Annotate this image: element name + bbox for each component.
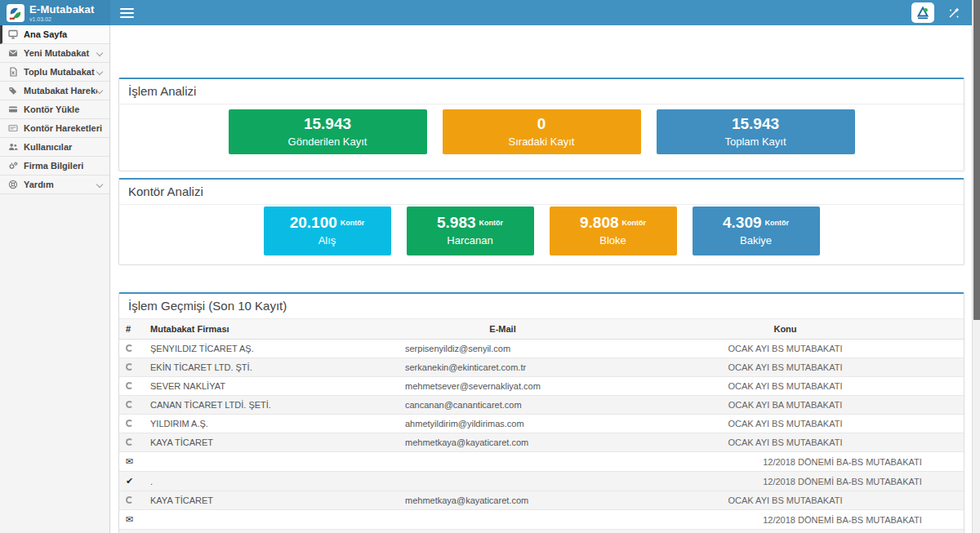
cell-konu: OCAK AYI BS MUTABAKATI — [607, 377, 964, 396]
check-icon: ✔ — [126, 476, 133, 486]
stat-value: 9.808Kontör — [550, 214, 677, 232]
cell-firma: YILDIRIM A.Ş. — [144, 415, 399, 433]
sidebar-item-label: Kontör Yükle — [24, 104, 105, 114]
sidebar-item-label: Firma Bilgileri — [24, 161, 105, 171]
sidebar-item-label: Ana Sayfa — [24, 29, 105, 39]
cell-firma: EKİN TİCARET LTD. ŞTİ. — [144, 358, 399, 377]
envelope-icon: ✉ — [126, 456, 133, 466]
sidebar-item-kont-r-hareketleri[interactable]: Kontör Hareketleri — [0, 119, 109, 138]
islem-gecmisi-title: İşlem Geçmişi (Son 10 Kayıt) — [119, 294, 964, 319]
stat-unit: Kontör — [622, 219, 647, 227]
spinner-icon — [126, 438, 133, 446]
table-row[interactable]: ✔.12/2018 DÖNEMİ BA-BS MUTABAKATI — [119, 472, 964, 491]
sidebar-item-label: Yeni Mutabakat — [24, 48, 97, 58]
sidebar-item-label: Mutabakat Hareketleri — [24, 86, 97, 95]
cell-konu: OCAK AYI BS MUTABAKATI — [607, 433, 964, 452]
islem-analizi-title: İşlem Analizi — [119, 79, 964, 104]
cell-firma: . — [144, 472, 399, 491]
cell-konu: 12/2018 DÖNEMİ BA-BS MUTABAKATI — [607, 452, 964, 472]
spinner-icon — [126, 382, 133, 389]
islem-gecmisi-panel: İşlem Geçmişi (Son 10 Kayıt) #Mutabakat … — [118, 292, 964, 533]
envelope-icon: ✉ — [126, 514, 133, 524]
cell-konu: 12/2018 DÖNEMİ BA-BS MUTABAKATI — [607, 472, 964, 491]
sidebar-item-kullan-c-lar[interactable]: Kullanıcılar — [0, 138, 109, 157]
spinner-icon — [126, 420, 133, 427]
cell-konu: OCAK AYI BS MUTABAKATI — [607, 491, 964, 510]
table-row[interactable]: YILDIRIM A.Ş.ahmetyildirim@yildirimas.co… — [119, 415, 964, 433]
stat-value: 5.983Kontör — [407, 214, 534, 232]
cell-firma: SEVER NAKLİYAT — [144, 377, 399, 396]
spinner-icon — [126, 344, 133, 352]
table-row[interactable]: SEVER NAKLİYATmehmetsever@severnakliyat.… — [119, 377, 964, 396]
app-brand[interactable]: E-Mutabakat v1.03.02 — [0, 0, 110, 25]
stat-unit: Kontör — [479, 219, 504, 227]
sidebar-item-yard-m[interactable]: Yardım — [0, 175, 109, 194]
cell-konu: OCAK AYI BS MUTABAKATI — [607, 340, 964, 358]
app-version: v1.03.02 — [29, 16, 95, 22]
cell-konu: 12/2018 DÖNEMİ BA-BS MUTABAKATI — [607, 510, 964, 530]
table-row[interactable]: ✔12/2018 DÖNEMİ BA-BS MUTABAKATI — [119, 530, 964, 533]
stat-label: Alış — [264, 234, 391, 247]
table-row[interactable]: ✉12/2018 DÖNEMİ BA-BS MUTABAKATI — [119, 510, 964, 530]
cell-firma: KAYA TİCARET — [144, 433, 399, 452]
spinner-icon — [126, 401, 133, 408]
sidebar-item-label: Toplu Mutabakat — [24, 67, 97, 77]
sidebar-item-label: Kullanıcılar — [24, 142, 105, 152]
sidebar-item-label: Kontör Hareketleri — [24, 123, 105, 133]
spinner-icon — [126, 363, 133, 371]
desktop-icon — [7, 29, 19, 39]
column-header-email: E-Mail — [399, 319, 607, 340]
vertical-scrollbar-thumb[interactable] — [973, 0, 980, 320]
table-row[interactable]: KAYA TİCARETmehmetkaya@kayaticaret.comOC… — [119, 433, 964, 452]
cell-konu: OCAK AYI BS MUTABAKATI — [607, 358, 964, 377]
stat-box-bakiye: 4.309KontörBakiye — [693, 207, 820, 255]
company-logo-icon — [915, 5, 931, 20]
stat-box-toplam-kay-t: 15.943Toplam Kayıt — [657, 109, 855, 154]
stat-value: 15.943 — [229, 115, 427, 133]
stat-value: 4.309Kontör — [693, 214, 820, 232]
vertical-scrollbar-track[interactable] — [972, 0, 980, 533]
stat-box-bloke: 9.808KontörBloke — [550, 207, 677, 255]
top-navbar: E-Mutabakat v1.03.02 — [0, 0, 980, 25]
table-row[interactable]: ŞENYILDIZ TİCARET AŞ.serpisenyildiz@seny… — [119, 340, 964, 358]
chevron-down-icon — [96, 50, 103, 56]
magic-wand-icon[interactable] — [946, 5, 962, 21]
stat-label: Toplam Kayıt — [657, 135, 855, 148]
spinner-icon — [126, 496, 133, 504]
table-row[interactable]: CANAN TİCARET LTDİ. ŞETİ.cancanan@canant… — [119, 396, 964, 415]
main-content: İşlem Analizi 15.943Gönderilen Kayıt0Sır… — [111, 25, 972, 533]
sidebar-item-ana-sayfa[interactable]: Ana Sayfa — [0, 25, 109, 44]
cell-email: cancanan@cananticaret.com — [399, 396, 607, 415]
sidebar-item-firma-bilgileri[interactable]: Firma Bilgileri — [0, 157, 109, 175]
tags-icon — [7, 86, 19, 95]
kontor-analizi-title: Kontör Analizi — [119, 180, 964, 205]
stat-label: Harcanan — [407, 234, 534, 247]
history-table: #Mutabakat FirmasıE-MailKonu ŞENYILDIZ T… — [119, 319, 964, 533]
table-row[interactable]: KAYA TİCARETmehmetkaya@kayaticaret.comOC… — [119, 491, 964, 510]
cell-email — [399, 510, 607, 530]
cell-firma — [144, 530, 399, 533]
chevron-down-icon — [96, 181, 103, 188]
sidebar-item-mutabakat-hareketleri[interactable]: Mutabakat Hareketleri — [0, 82, 109, 100]
cell-konu: OCAK AYI BS MUTABAKATI — [607, 415, 964, 433]
column-header-firma: Mutabakat Firması — [144, 319, 399, 340]
cell-firma — [144, 510, 399, 530]
table-row[interactable]: EKİN TİCARET LTD. ŞTİ.serkanekin@ekintic… — [119, 358, 964, 377]
hamburger-icon[interactable] — [110, 0, 143, 25]
cell-email: mehmetkaya@kayaticaret.com — [399, 433, 607, 452]
sidebar-item-kont-r-y-kle[interactable]: Kontör Yükle — [0, 100, 109, 119]
cell-firma: ŞENYILDIZ TİCARET AŞ. — [144, 340, 399, 358]
chevron-down-icon — [96, 69, 103, 75]
sidebar-item-toplu-mutabakat[interactable]: Toplu Mutabakat — [0, 63, 109, 82]
app-title: E-Mutabakat — [29, 4, 95, 15]
stat-box-s-radaki-kay-t: 0Sıradaki Kayıt — [443, 109, 641, 154]
table-row[interactable]: ✉12/2018 DÖNEMİ BA-BS MUTABAKATI — [119, 452, 964, 472]
column-header-konu: Konu — [607, 319, 964, 340]
sidebar-item-yeni-mutabakat[interactable]: Yeni Mutabakat — [0, 44, 109, 63]
cell-firma — [144, 452, 399, 472]
stat-label: Bloke — [550, 234, 677, 247]
stat-box-al-: 20.100KontörAlış — [264, 207, 391, 255]
company-logo-button[interactable] — [911, 2, 934, 23]
card-list-icon — [7, 123, 19, 133]
stat-box-g-nderilen-kay-t: 15.943Gönderilen Kayıt — [229, 109, 427, 154]
